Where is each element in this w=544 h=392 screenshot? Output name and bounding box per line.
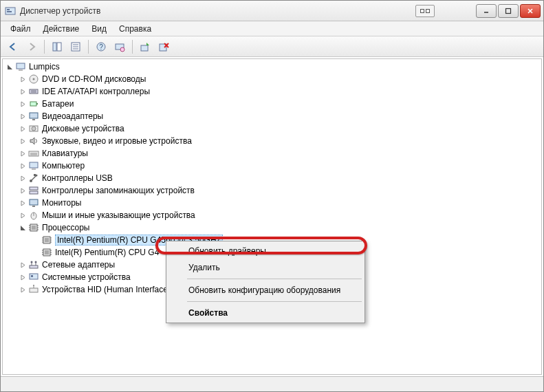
minimize-button[interactable]: [476, 4, 497, 18]
tree-category[interactable]: Батареи: [3, 98, 541, 110]
menu-file[interactable]: Файл: [5, 23, 36, 35]
svg-rect-29: [36, 103, 38, 105]
tree-category[interactable]: Мыши и иные указывающие устройства: [3, 209, 541, 221]
device-tree[interactable]: LumpicsDVD и CD-ROM дисководыIDE ATA/ATA…: [2, 58, 542, 375]
expander-placeholder: [32, 236, 40, 244]
tree-node-label: Дисковые устройства: [42, 124, 124, 133]
expand-icon[interactable]: [19, 186, 27, 195]
maximize-button[interactable]: [498, 4, 519, 18]
tree-category[interactable]: Контроллеры USB: [3, 172, 541, 184]
svg-point-24: [33, 78, 35, 80]
expand-icon[interactable]: [19, 124, 27, 133]
titlebar: Диспетчер устройств: [1, 1, 543, 21]
tree-category[interactable]: Компьютер: [3, 160, 541, 172]
tree-node-label: Клавиатуры: [42, 149, 88, 158]
svg-rect-50: [32, 226, 36, 230]
update-driver-button[interactable]: [137, 39, 153, 55]
tree-category[interactable]: Процессоры: [3, 221, 541, 234]
forward-button[interactable]: [23, 39, 40, 55]
expand-icon[interactable]: [19, 87, 27, 96]
expand-icon[interactable]: [19, 174, 27, 182]
context-menu: Обновить драйверы... Удалить Обновить ко…: [166, 241, 365, 323]
tree-category[interactable]: Дисковые устройства: [3, 122, 541, 135]
expand-icon[interactable]: [19, 261, 27, 269]
back-button[interactable]: [5, 39, 21, 55]
tree-category[interactable]: DVD и CD-ROM дисководы: [3, 73, 541, 85]
tree-category[interactable]: Контроллеры запоминающих устройств: [3, 184, 541, 197]
svg-point-33: [32, 127, 36, 131]
svg-point-77: [35, 261, 37, 263]
svg-rect-73: [30, 265, 38, 268]
sound-icon: [28, 135, 39, 146]
help-button[interactable]: ?: [93, 39, 109, 55]
svg-rect-45: [30, 199, 38, 205]
svg-point-16: [120, 47, 124, 52]
svg-rect-22: [19, 69, 23, 71]
display-icon: [28, 111, 39, 122]
svg-rect-43: [30, 187, 38, 190]
tree-node-label: DVD и CD-ROM дисководы: [42, 74, 146, 84]
computer-icon: [28, 160, 39, 171]
battery-icon: [28, 98, 39, 109]
svg-rect-79: [31, 275, 33, 277]
close-button[interactable]: [520, 4, 541, 18]
expand-icon[interactable]: [19, 285, 27, 294]
tree-category[interactable]: Клавиатуры: [3, 147, 541, 160]
menu-view[interactable]: Вид: [86, 23, 112, 35]
system-icon: [28, 272, 39, 283]
ctx-scan-hardware[interactable]: Обновить конфигурацию оборудования: [168, 282, 363, 298]
expand-icon[interactable]: [19, 112, 27, 120]
ctx-delete[interactable]: Удалить: [168, 259, 363, 276]
tree-root[interactable]: Lumpics: [3, 61, 541, 73]
expand-icon[interactable]: [19, 162, 27, 170]
svg-rect-80: [30, 288, 38, 292]
ctx-update-drivers[interactable]: Обновить драйверы...: [168, 243, 363, 259]
expand-icon[interactable]: [19, 137, 27, 145]
properties-button[interactable]: [67, 39, 84, 55]
svg-rect-8: [57, 43, 61, 51]
storage-icon: [28, 185, 39, 196]
scan-hardware-button[interactable]: [111, 39, 128, 55]
tree-node-label: Системные устройства: [42, 272, 131, 282]
tree-category[interactable]: IDE ATA/ATAPI контроллеры: [3, 85, 541, 98]
collapse-icon[interactable]: [19, 224, 27, 232]
tree-node-label: Lumpics: [29, 62, 60, 72]
expander-placeholder: [32, 248, 40, 257]
tree-node-label: Сетевые адаптеры: [42, 260, 115, 270]
expand-icon[interactable]: [19, 75, 27, 83]
svg-rect-46: [32, 206, 35, 207]
cpu-icon: [41, 235, 52, 246]
cpu-icon: [41, 247, 52, 258]
expand-icon[interactable]: [19, 149, 27, 157]
toolbar: ?: [1, 36, 543, 57]
hdd-icon: [28, 123, 39, 134]
app-icon: [5, 6, 16, 17]
tree-category[interactable]: Видеоадаптеры: [3, 110, 541, 122]
expand-icon[interactable]: [19, 211, 27, 219]
svg-rect-30: [30, 113, 38, 118]
tree-node-label: Intel(R) Pentium(R) CPU G4: [55, 248, 159, 257]
menu-action[interactable]: Действие: [38, 23, 85, 35]
expand-icon[interactable]: [19, 100, 27, 108]
tree-category[interactable]: Мониторы: [3, 197, 541, 209]
tree-node-label: Контроллеры USB: [42, 173, 113, 183]
keyboard-icon: [28, 148, 39, 159]
collapse-icon[interactable]: [6, 63, 14, 71]
menu-help[interactable]: Справка: [113, 23, 157, 35]
tree-node-label: Процессоры: [42, 223, 90, 232]
hid-icon: [28, 284, 39, 295]
expand-icon[interactable]: [19, 273, 27, 281]
ctx-properties[interactable]: Свойства: [168, 305, 363, 321]
svg-rect-2: [7, 11, 12, 12]
show-hide-tree-button[interactable]: [49, 39, 65, 55]
tree-node-label: Батареи: [42, 99, 74, 109]
expand-icon[interactable]: [19, 199, 27, 207]
tree-category[interactable]: Звуковые, видео и игровые устройства: [3, 135, 541, 147]
svg-rect-28: [30, 102, 36, 106]
tree-node-label: Мыши и иные указывающие устройства: [42, 210, 195, 220]
svg-rect-17: [141, 45, 148, 51]
window-aux-button[interactable]: [415, 5, 435, 17]
tree-node-label: IDE ATA/ATAPI контроллеры: [42, 87, 150, 96]
uninstall-button[interactable]: [155, 39, 172, 55]
svg-rect-42: [34, 174, 36, 176]
